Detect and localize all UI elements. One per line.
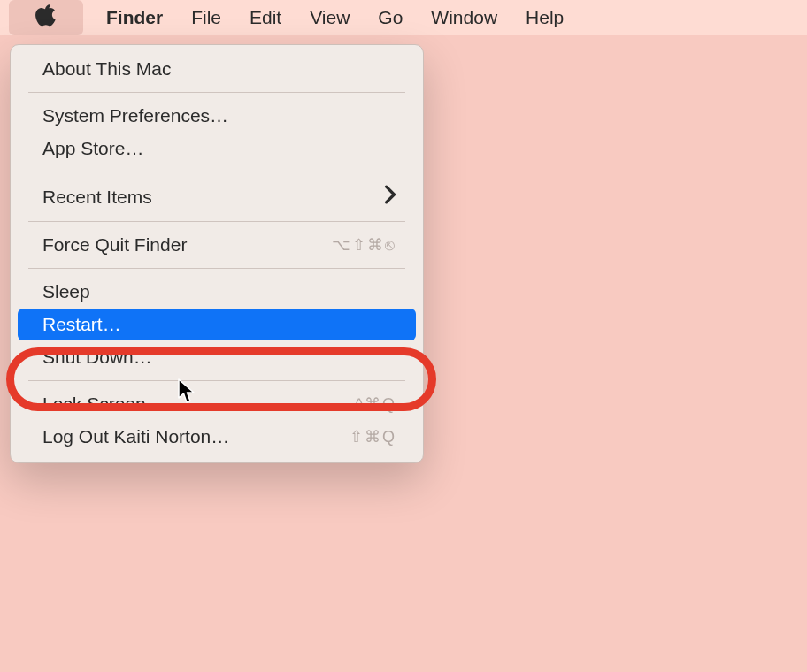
menu-separator <box>28 268 405 269</box>
menu-item-label: App Store… <box>42 138 143 159</box>
menu-item-label: Force Quit Finder <box>42 234 187 256</box>
menu-item-label: Lock Screen <box>42 393 146 415</box>
apple-dropdown-menu: About This Mac System Preferences… App S… <box>10 44 424 463</box>
menu-item-force-quit[interactable]: Force Quit Finder ⌥⇧⌘⎋ <box>18 229 416 261</box>
menubar-active-app[interactable]: Finder <box>106 0 163 35</box>
menu-item-label: Sleep <box>42 281 90 302</box>
menu-separator <box>28 380 405 381</box>
menu-item-label: About This Mac <box>42 58 172 80</box>
menubar: Finder File Edit View Go Window Help <box>0 0 807 35</box>
menu-item-about[interactable]: About This Mac <box>18 53 416 85</box>
menu-item-label: Shut Down… <box>42 347 152 368</box>
apple-menu-button[interactable] <box>9 0 83 35</box>
chevron-right-icon <box>384 185 396 209</box>
menu-item-shortcut: ⌥⇧⌘⎋ <box>332 235 396 255</box>
menu-item-shortcut: ^⌘Q <box>356 394 396 414</box>
apple-logo-icon <box>35 4 58 32</box>
menu-item-log-out[interactable]: Log Out Kaiti Norton… ⇧⌘Q <box>18 421 416 453</box>
menu-item-label: System Preferences… <box>42 105 228 126</box>
menubar-item-edit[interactable]: Edit <box>250 0 281 35</box>
menu-item-label: Restart… <box>42 314 121 335</box>
menubar-item-help[interactable]: Help <box>526 0 564 35</box>
menu-item-app-store[interactable]: App Store… <box>18 133 416 164</box>
menubar-item-view[interactable]: View <box>310 0 350 35</box>
menubar-item-file[interactable]: File <box>191 0 221 35</box>
menu-item-system-preferences[interactable]: System Preferences… <box>18 100 416 132</box>
menu-item-shortcut: ⇧⌘Q <box>350 427 396 447</box>
menu-separator <box>28 92 405 93</box>
menu-item-shut-down[interactable]: Shut Down… <box>18 341 416 373</box>
menubar-item-window[interactable]: Window <box>431 0 497 35</box>
menu-item-lock-screen[interactable]: Lock Screen ^⌘Q <box>18 388 416 420</box>
menu-item-label: Log Out Kaiti Norton… <box>42 426 229 447</box>
menu-item-recent-items[interactable]: Recent Items <box>18 179 416 214</box>
menu-item-restart[interactable]: Restart… <box>18 309 416 340</box>
menu-separator <box>28 221 405 222</box>
menu-separator <box>28 172 405 172</box>
menubar-item-go[interactable]: Go <box>378 0 403 35</box>
menu-item-sleep[interactable]: Sleep <box>18 276 416 308</box>
menu-item-label: Recent Items <box>42 187 152 208</box>
